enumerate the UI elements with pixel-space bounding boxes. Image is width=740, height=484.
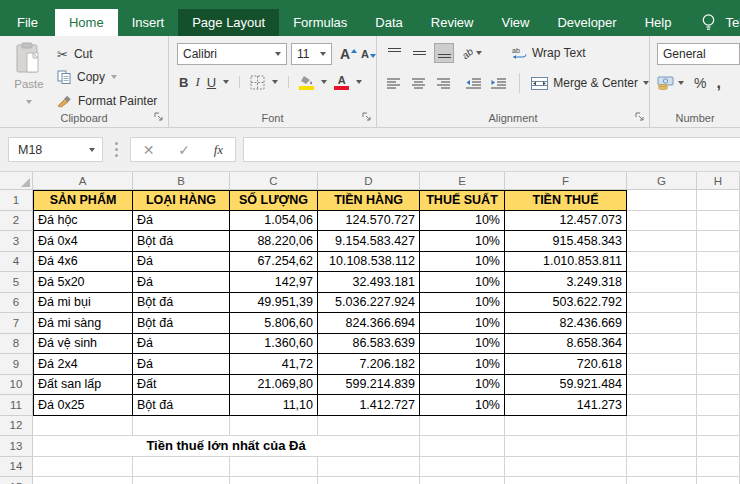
cell[interactable] bbox=[133, 457, 230, 478]
cell[interactable]: 3.249.318 bbox=[505, 272, 627, 293]
cell[interactable]: 11,10 bbox=[230, 395, 318, 416]
borders-button[interactable] bbox=[250, 75, 265, 90]
cell[interactable]: Đá mi bụi bbox=[33, 293, 133, 314]
cell[interactable]: Đá 5x20 bbox=[33, 272, 133, 293]
cell[interactable] bbox=[627, 211, 697, 232]
decrease-indent-button[interactable] bbox=[464, 73, 484, 93]
cell[interactable] bbox=[627, 293, 697, 314]
alignment-dialog-launcher-icon[interactable] bbox=[635, 112, 645, 122]
cell[interactable]: 12.457.073 bbox=[505, 211, 627, 232]
cell[interactable]: 8.658.364 bbox=[505, 334, 627, 355]
cell[interactable] bbox=[627, 395, 697, 416]
fill-color-dropdown-arrow[interactable] bbox=[321, 80, 327, 84]
tab-developer[interactable]: Developer bbox=[543, 9, 630, 36]
cell[interactable] bbox=[627, 354, 697, 375]
cell[interactable]: 5.036.227.924 bbox=[318, 293, 420, 314]
table-header-cell[interactable]: THUẾ SUẤT bbox=[420, 190, 505, 211]
cell[interactable]: 1.054,06 bbox=[230, 211, 318, 232]
cell[interactable] bbox=[627, 477, 697, 484]
table-header-cell[interactable]: SẢN PHẨM bbox=[33, 190, 133, 211]
cell[interactable] bbox=[133, 416, 230, 437]
cell[interactable] bbox=[697, 211, 740, 232]
merged-note-cell[interactable]: Tiền thuế lớn nhất của Đá bbox=[33, 436, 420, 457]
tab-help[interactable]: Help bbox=[631, 9, 686, 36]
cut-button[interactable]: ✂ Cut bbox=[57, 44, 93, 64]
cell[interactable] bbox=[33, 457, 133, 478]
cell[interactable] bbox=[318, 457, 420, 478]
cancel-button[interactable]: ✕ bbox=[143, 142, 155, 158]
number-format-select[interactable]: General bbox=[657, 43, 740, 65]
cell[interactable] bbox=[505, 477, 627, 484]
cell[interactable]: 21.069,80 bbox=[230, 375, 318, 396]
column-header[interactable]: A bbox=[33, 172, 133, 190]
tab-data[interactable]: Data bbox=[361, 9, 416, 36]
column-header[interactable]: F bbox=[505, 172, 627, 190]
cell[interactable]: 41,72 bbox=[230, 354, 318, 375]
cell[interactable] bbox=[697, 477, 740, 484]
align-center-button[interactable] bbox=[409, 73, 429, 93]
italic-button[interactable]: I bbox=[195, 74, 199, 90]
table-header-cell[interactable]: TIỀN THUẾ bbox=[505, 190, 627, 211]
row-header[interactable]: 11 bbox=[0, 395, 33, 416]
cell[interactable] bbox=[697, 313, 740, 334]
row-header[interactable]: 5 bbox=[0, 272, 33, 293]
cell[interactable] bbox=[627, 375, 697, 396]
cell[interactable]: 1.010.853.811 bbox=[505, 252, 627, 273]
cell[interactable] bbox=[420, 457, 505, 478]
cell[interactable]: Đá mi sàng bbox=[33, 313, 133, 334]
merge-center-button[interactable]: Merge & Center bbox=[531, 76, 649, 90]
borders-dropdown-arrow[interactable] bbox=[272, 80, 278, 84]
formula-bar-drag-handle-icon[interactable] bbox=[115, 148, 118, 151]
row-header[interactable]: 1 bbox=[0, 190, 33, 211]
cell[interactable] bbox=[33, 477, 133, 484]
cell[interactable]: 88.220,06 bbox=[230, 231, 318, 252]
cell[interactable]: 824.366.694 bbox=[318, 313, 420, 334]
cell[interactable]: Đá 2x4 bbox=[33, 354, 133, 375]
cell[interactable]: 720.618 bbox=[505, 354, 627, 375]
cell[interactable]: 82.436.669 bbox=[505, 313, 627, 334]
cell[interactable]: Bột đá bbox=[133, 231, 230, 252]
tab-view[interactable]: View bbox=[487, 9, 543, 36]
column-header[interactable]: C bbox=[230, 172, 318, 190]
cell[interactable] bbox=[697, 457, 740, 478]
cell[interactable] bbox=[697, 252, 740, 273]
cell[interactable] bbox=[318, 477, 420, 484]
orientation-button[interactable]: ab bbox=[459, 43, 485, 63]
cell[interactable] bbox=[420, 436, 505, 457]
cell[interactable]: Đá 4x6 bbox=[33, 252, 133, 273]
cell[interactable]: 10% bbox=[420, 313, 505, 334]
table-header-cell[interactable]: SỐ LƯỢNG bbox=[230, 190, 318, 211]
cell[interactable] bbox=[420, 477, 505, 484]
table-header-cell[interactable]: TIỀN HÀNG bbox=[318, 190, 420, 211]
cell[interactable]: Đá bbox=[133, 252, 230, 273]
cell[interactable] bbox=[505, 436, 627, 457]
cell[interactable]: 86.583.639 bbox=[318, 334, 420, 355]
cell[interactable]: 915.458.343 bbox=[505, 231, 627, 252]
cell[interactable] bbox=[230, 416, 318, 437]
cell[interactable]: 5.806,60 bbox=[230, 313, 318, 334]
cell[interactable]: Đá vệ sinh bbox=[33, 334, 133, 355]
increase-font-button[interactable]: A bbox=[340, 46, 357, 62]
cell[interactable] bbox=[697, 272, 740, 293]
cell[interactable] bbox=[230, 477, 318, 484]
underline-button[interactable]: U bbox=[207, 75, 216, 90]
cell[interactable]: 141.273 bbox=[505, 395, 627, 416]
align-left-button[interactable] bbox=[384, 73, 404, 93]
cell[interactable] bbox=[627, 416, 697, 437]
cell[interactable] bbox=[627, 334, 697, 355]
cell[interactable]: Đá bbox=[133, 334, 230, 355]
tab-page-layout[interactable]: Page Layout bbox=[178, 9, 279, 36]
tell-me-box[interactable]: Tell me wh bbox=[701, 9, 740, 36]
cell[interactable] bbox=[505, 457, 627, 478]
row-header[interactable]: 2 bbox=[0, 211, 33, 232]
cell[interactable]: 10% bbox=[420, 354, 505, 375]
select-all-corner[interactable] bbox=[0, 172, 33, 190]
cell[interactable] bbox=[697, 436, 740, 457]
cell[interactable]: 124.570.727 bbox=[318, 211, 420, 232]
font-name-select[interactable]: Calibri bbox=[177, 43, 287, 65]
cell[interactable] bbox=[697, 416, 740, 437]
cell[interactable]: Đá 0x4 bbox=[33, 231, 133, 252]
cell[interactable] bbox=[697, 293, 740, 314]
cell[interactable]: Đá bbox=[133, 272, 230, 293]
cell[interactable]: Bột đá bbox=[133, 293, 230, 314]
